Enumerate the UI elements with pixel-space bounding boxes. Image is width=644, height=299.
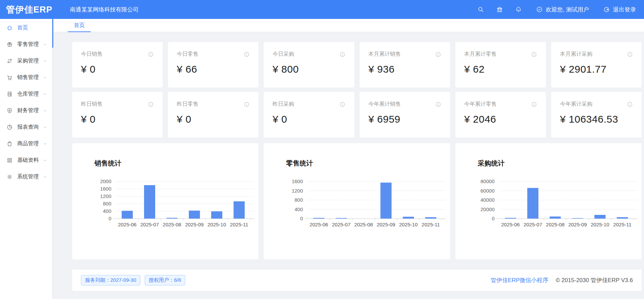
stat-card: 昨日采购 ¥ 0: [264, 92, 354, 138]
swap-arrows-icon: [6, 58, 13, 64]
logout-icon: [603, 6, 610, 13]
chevron-down-icon: [43, 125, 47, 129]
charts-row: 销售统计 04008001200160020002025-062025-0720…: [72, 143, 642, 259]
app-logo[interactable]: 管伊佳ERP: [0, 4, 52, 16]
chart-bar[interactable]: [336, 218, 347, 219]
stat-card-label: 今日采购: [273, 51, 294, 58]
chart-bar[interactable]: [527, 188, 538, 219]
info-icon[interactable]: [244, 101, 250, 107]
bar-chart-canvas[interactable]: 0200004000060000800002025-062025-072025-…: [455, 173, 642, 251]
sidebar-item-label: 报表查询: [17, 124, 39, 131]
licensed-users-badge: 授权用户：6/8: [145, 275, 185, 285]
info-icon[interactable]: [531, 101, 537, 107]
grid-icon: [6, 157, 13, 164]
svg-text:1200: 1200: [100, 193, 111, 199]
chevron-down-icon: [43, 43, 47, 46]
svg-text:2025-06: 2025-06: [118, 222, 137, 227]
sidebar-item-采购管理[interactable]: 采购管理: [0, 53, 52, 69]
info-icon[interactable]: [627, 51, 633, 57]
stat-card-label: 昨日采购: [273, 101, 294, 108]
info-icon[interactable]: [148, 101, 154, 107]
chart-bar[interactable]: [594, 215, 606, 219]
sidebar-item-label: 商品管理: [17, 140, 39, 147]
chart-bar[interactable]: [425, 217, 436, 219]
stat-card-label: 本月累计零售: [464, 51, 497, 58]
stat-card-value: ¥ 66: [177, 64, 250, 75]
stat-cards-grid: 今日销售 ¥ 0 今日零售 ¥ 66 今日采购 ¥ 800 本月累计销售 ¥ 9…: [72, 42, 642, 138]
svg-text:2025-10: 2025-10: [591, 222, 609, 227]
stat-card: 今日零售 ¥ 66: [168, 42, 258, 88]
sidebar-item-系统管理[interactable]: 系统管理: [0, 169, 52, 185]
gift-icon: [6, 41, 13, 48]
info-icon[interactable]: [627, 101, 633, 107]
info-icon[interactable]: [531, 51, 537, 57]
chart-bar[interactable]: [550, 217, 561, 219]
chart-bar[interactable]: [403, 217, 414, 219]
svg-text:2025-06: 2025-06: [501, 222, 520, 227]
sidebar-item-label: 仓库管理: [17, 91, 39, 98]
sidebar-item-首页[interactable]: 首页: [0, 20, 52, 36]
sidebar-item-仓库管理[interactable]: 仓库管理: [0, 86, 52, 102]
chart-bar[interactable]: [313, 218, 325, 219]
chart-title: 零售统计: [286, 159, 313, 168]
stat-card: 本月累计零售 ¥ 62: [455, 42, 546, 88]
chart-bar[interactable]: [381, 182, 392, 219]
chevron-down-icon: [43, 158, 47, 162]
svg-text:400: 400: [103, 208, 111, 214]
chart-bar[interactable]: [505, 218, 516, 219]
sidebar-item-label: 基础资料: [17, 157, 39, 164]
info-icon[interactable]: [148, 51, 154, 57]
bar-chart-canvas[interactable]: 04008001200160020002025-062025-072025-08…: [72, 173, 258, 251]
pie-chart-icon: [6, 124, 13, 130]
info-icon[interactable]: [339, 101, 345, 107]
stat-card-value: ¥ 0: [81, 114, 154, 125]
home-icon: [6, 25, 13, 31]
sidebar-item-财务管理[interactable]: 财务管理: [0, 102, 52, 119]
bank-icon[interactable]: [496, 6, 503, 13]
chart-bar[interactable]: [166, 218, 177, 219]
info-icon[interactable]: [435, 101, 441, 107]
gear-icon: [6, 174, 13, 180]
chart-bar[interactable]: [233, 201, 245, 219]
footer: 服务到期：2027-09-30 授权用户：6/8 管伊佳ERP微信小程序 © 2…: [72, 270, 642, 291]
logout-button[interactable]: 退出登录: [603, 6, 636, 14]
svg-text:0: 0: [492, 216, 495, 221]
info-icon[interactable]: [339, 51, 345, 57]
chart-title: 销售统计: [94, 159, 121, 168]
content-accent-bar: [52, 19, 53, 48]
sidebar-item-零售管理[interactable]: 零售管理: [0, 36, 52, 53]
svg-text:0: 0: [109, 216, 111, 221]
sidebar-item-销售管理[interactable]: 销售管理: [0, 69, 52, 86]
stat-card: 本月累计销售 ¥ 936: [360, 42, 450, 88]
bar-chart-canvas[interactable]: 0400800120016002025-062025-072025-082025…: [264, 173, 450, 251]
svg-text:2025-08: 2025-08: [546, 222, 564, 227]
search-icon[interactable]: [477, 6, 484, 13]
user-menu[interactable]: 欢迎您, 测试用户: [536, 6, 589, 14]
info-icon[interactable]: [244, 51, 250, 57]
chart-bar[interactable]: [189, 210, 200, 219]
stat-card: 昨日零售 ¥ 0: [168, 92, 258, 138]
chart-bar[interactable]: [122, 211, 133, 219]
sidebar-item-报表查询[interactable]: 报表查询: [0, 119, 52, 135]
chart-bar[interactable]: [211, 211, 222, 219]
svg-text:20000: 20000: [480, 206, 495, 212]
money-shield-icon: [6, 107, 13, 114]
chart-bar[interactable]: [144, 185, 155, 219]
sidebar: 首页 零售管理 采购管理 销售管理 仓库管理 财务管理 报表查询 商品管理: [0, 19, 52, 299]
chevron-down-icon: [43, 109, 47, 113]
stat-card-value: ¥ 800: [273, 64, 345, 75]
miniprogram-link[interactable]: 管伊佳ERP微信小程序: [491, 276, 548, 284]
chart-panel: 采购统计 0200004000060000800002025-062025-07…: [455, 143, 642, 259]
app-header: 管伊佳ERP 南通某某网络科技有限公司 欢迎您, 测试用户 退出登录: [0, 0, 644, 19]
tab-home[interactable]: 首页: [68, 19, 91, 32]
sidebar-item-label: 系统管理: [17, 173, 39, 180]
bell-icon[interactable]: [515, 6, 522, 13]
svg-text:2025-09: 2025-09: [185, 222, 204, 227]
chart-bar[interactable]: [617, 217, 628, 219]
chart-bar[interactable]: [572, 218, 583, 219]
svg-text:2025-08: 2025-08: [354, 222, 373, 227]
svg-text:2025-07: 2025-07: [524, 222, 542, 227]
info-icon[interactable]: [435, 51, 441, 57]
sidebar-item-基础资料[interactable]: 基础资料: [0, 152, 52, 169]
sidebar-item-商品管理[interactable]: 商品管理: [0, 135, 52, 152]
